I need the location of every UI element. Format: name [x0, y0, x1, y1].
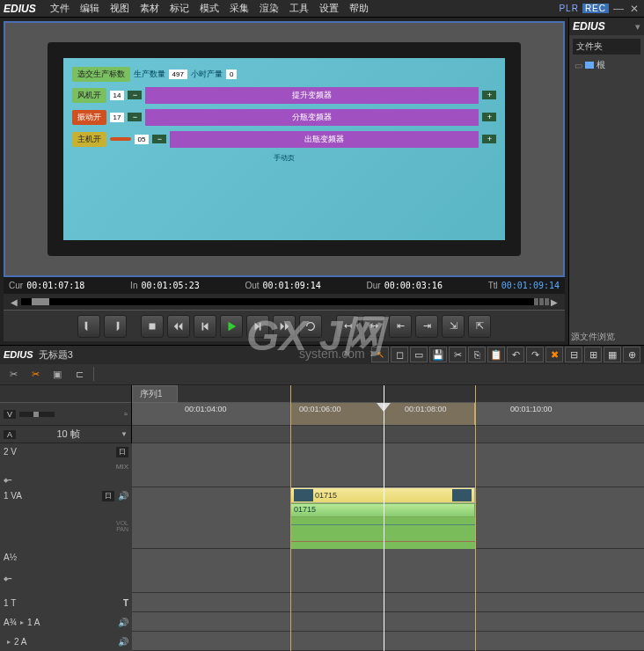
tc-cur[interactable]: 00:01:07:18: [26, 281, 84, 290]
mark-in-button[interactable]: [77, 315, 100, 338]
preview-pane: 选交生产标数 生产数量 497 小时产量 0 风机开 14 − 提升变频器 +: [0, 18, 568, 345]
menu-tools[interactable]: 工具: [284, 2, 314, 15]
tool-open[interactable]: ▭: [410, 347, 428, 362]
app-logo: EDIUS: [4, 3, 36, 15]
track-1va-header[interactable]: 1 VA 日 🔊 VOLPAN: [0, 487, 132, 549]
snap-icon[interactable]: ⊏: [70, 365, 89, 383]
prev-edit-button[interactable]: ↤: [336, 315, 359, 338]
menu-file[interactable]: 文件: [45, 2, 75, 15]
menu-edit[interactable]: 编辑: [75, 2, 105, 15]
mode-normal-icon[interactable]: ✂: [4, 365, 23, 383]
tool-save[interactable]: 💾: [429, 347, 447, 362]
track-a34-header[interactable]: A¾ ▸ 1 A 🔊: [0, 612, 132, 632]
loop-button[interactable]: [299, 315, 322, 338]
track-a12-header[interactable]: A½ ◆━: [0, 549, 132, 593]
v-zoom-slider[interactable]: [19, 412, 55, 417]
insert-button[interactable]: ⇤: [389, 315, 412, 338]
step-back-button[interactable]: [194, 315, 216, 338]
minimize-button[interactable]: —: [612, 3, 625, 15]
seek-bar[interactable]: ◀ ▶: [4, 294, 565, 310]
tool-undo[interactable]: ↶: [507, 347, 524, 362]
tool-cursor[interactable]: ↖: [371, 347, 389, 362]
stop-button[interactable]: [141, 315, 164, 338]
tool-delete[interactable]: ✖: [545, 347, 563, 362]
time-ruler[interactable]: 00:01:04:00 00:01:06:00 00:01:08:00 00:0…: [132, 403, 644, 426]
menu-mode[interactable]: 模式: [194, 2, 224, 15]
a-header[interactable]: A: [4, 430, 16, 439]
tool-paste[interactable]: 📋: [487, 347, 505, 362]
menubar: EDIUS 文件 编辑 视图 素材 标记 模式 采集 渲染 工具 设置 帮助 P…: [0, 0, 644, 18]
tc-in[interactable]: 00:01:05:23: [141, 281, 199, 290]
track-2a-header[interactable]: ▸ 2 A 🔊: [0, 632, 132, 651]
plr-tag: PLR: [559, 4, 578, 13]
rec-tag: REC: [582, 4, 609, 13]
track-1t-header[interactable]: 1 T T: [0, 593, 132, 612]
menu-clip[interactable]: 素材: [135, 2, 165, 15]
fastfwd-button[interactable]: [273, 315, 296, 338]
tool-trim[interactable]: ⊞: [584, 347, 602, 362]
tool-render[interactable]: ▦: [604, 347, 621, 362]
preview-viewport[interactable]: 选交生产标数 生产数量 497 小时产量 0 风机开 14 − 提升变频器 +: [4, 21, 565, 277]
menu-render[interactable]: 渲染: [254, 2, 284, 15]
timeline-panel: EDIUS 无标题3 ↖ ◻ ▭ 💾 ✂ ⎘ 📋 ↶ ↷ ✖ ⊟ ⊞ ▦ ⊕ ✂…: [0, 345, 644, 651]
menu-view[interactable]: 视图: [105, 2, 135, 15]
source-browser-tab[interactable]: 源文件浏览: [569, 329, 644, 345]
tc-ttl[interactable]: 00:01:09:14: [501, 281, 560, 290]
folder-header: 文件夹: [573, 39, 640, 55]
side-menu-icon[interactable]: ▾: [635, 21, 640, 33]
mark-out-button[interactable]: [104, 315, 127, 338]
overwrite-button[interactable]: ⇥: [415, 315, 438, 338]
tool-ripple[interactable]: ⊟: [565, 347, 582, 362]
v-header[interactable]: V: [4, 410, 16, 419]
tool-new[interactable]: ◻: [391, 347, 408, 362]
bin-panel: EDIUS ▾ 文件夹 ▭ 根 源文件浏览: [568, 18, 644, 345]
playhead[interactable]: [384, 385, 384, 651]
step-fwd-button[interactable]: [246, 315, 269, 338]
timeline-canvas[interactable]: 序列1 00:01:04:00 00:01:06:00 00:01:08:00 …: [132, 385, 644, 651]
folder-icon: [585, 62, 594, 69]
tool-copy[interactable]: ⎘: [468, 347, 486, 362]
mode-multi-icon[interactable]: ▣: [48, 365, 67, 383]
tc-dur[interactable]: 00:00:03:16: [384, 281, 443, 290]
goto-in-button[interactable]: ⇲: [442, 315, 465, 338]
sequence-tab[interactable]: 序列1: [132, 385, 178, 403]
mode-trim-icon[interactable]: ✂: [26, 365, 45, 383]
folder-root[interactable]: ▭ 根: [573, 58, 640, 72]
close-button[interactable]: ✕: [628, 3, 640, 15]
side-logo: EDIUS: [573, 20, 605, 33]
play-button[interactable]: [220, 315, 243, 338]
menu-settings[interactable]: 设置: [314, 2, 344, 15]
tool-cut[interactable]: ✂: [449, 347, 466, 362]
tc-out[interactable]: 00:01:09:14: [263, 281, 321, 290]
tool-zoom[interactable]: ⊕: [623, 347, 640, 362]
collapse-icon[interactable]: ≈: [124, 411, 128, 417]
goto-out-button[interactable]: ⇱: [468, 315, 491, 338]
menu-capture[interactable]: 采集: [224, 2, 254, 15]
menu-help[interactable]: 帮助: [344, 2, 374, 15]
timeline-logo: EDIUS: [4, 349, 33, 360]
tool-redo[interactable]: ↷: [526, 347, 544, 362]
transport-controls: ↤ ↦ ⇤ ⇥ ⇲ ⇱: [4, 310, 565, 341]
track-2v-header[interactable]: 2 V 日 MIX ◆━: [0, 443, 132, 487]
video-clip[interactable]: 01715: [290, 487, 475, 503]
audio-clip[interactable]: 01715: [290, 503, 475, 517]
hmi-header: 选交生产标数: [72, 67, 130, 82]
next-edit-button[interactable]: ↦: [362, 315, 385, 338]
timecode-bar: Cur00:01:07:18 In00:01:05:23 Out00:01:09…: [4, 277, 565, 294]
svg-rect-0: [150, 323, 156, 329]
project-name: 无标题3: [39, 348, 73, 362]
rewind-button[interactable]: [167, 315, 190, 338]
menu-marker[interactable]: 标记: [165, 2, 194, 15]
